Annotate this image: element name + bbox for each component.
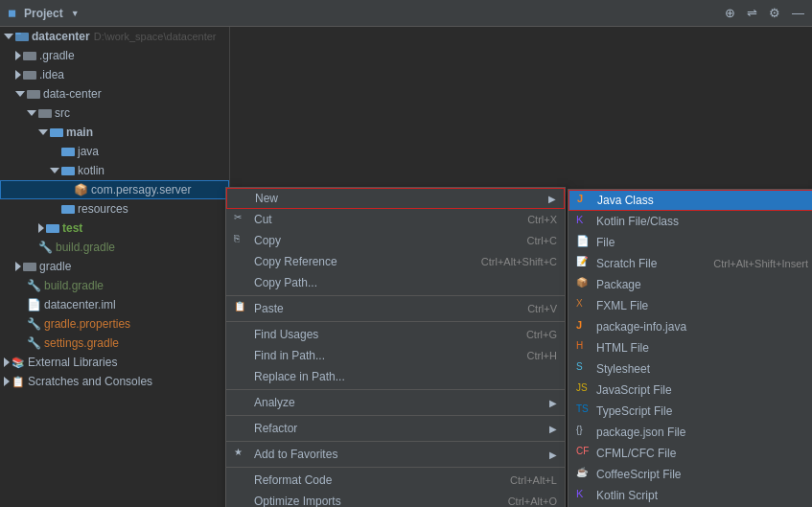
menu-item-copy-reference[interactable]: Copy Reference Ctrl+Alt+Shift+C — [226, 251, 565, 272]
tree-item-gradle-hidden[interactable]: .gradle — [0, 46, 229, 65]
submenu-arrow: ▶ — [549, 398, 557, 408]
tree-item-kotlin[interactable]: kotlin — [0, 161, 229, 180]
menu-item-replace-in-path[interactable]: Replace in Path... — [226, 366, 565, 387]
menu-label: Cut — [254, 213, 508, 226]
submenu-item-stylesheet[interactable]: S Stylesheet — [568, 358, 812, 380]
menu-item-find-usages[interactable]: Find Usages Ctrl+G — [226, 324, 565, 345]
tree-item-src[interactable]: src — [0, 104, 229, 123]
folder-icon — [23, 49, 36, 62]
menu-separator-4 — [226, 415, 565, 416]
coffee-icon: ☕ — [576, 467, 592, 482]
folder-icon — [61, 202, 75, 216]
settings-icon[interactable]: ⚙ — [769, 6, 780, 20]
menu-item-analyze[interactable]: Analyze ▶ — [226, 392, 565, 413]
tree-label: build.gradle — [56, 241, 115, 254]
submenu-item-cfml[interactable]: CF CFML/CFC File — [568, 443, 812, 464]
menu-item-new[interactable]: New ▶ J Java Class K Kotlin File/Class 📄… — [226, 188, 565, 209]
menu-separator-5 — [226, 441, 565, 442]
submenu-label: CFML/CFC File — [596, 447, 808, 460]
tree-label: test — [62, 221, 82, 235]
project-icon: ◼ — [8, 7, 16, 19]
dropdown-arrow[interactable]: ▼ — [71, 9, 80, 18]
submenu-item-fxml[interactable]: X FXML File — [568, 295, 812, 316]
menu-item-add-favorites[interactable]: ★ Add to Favorites ▶ — [226, 444, 565, 465]
tree-label: settings.gradle — [44, 336, 119, 350]
menu-item-cut[interactable]: ✂ Cut Ctrl+X — [226, 209, 565, 230]
favorites-icon: ★ — [234, 447, 249, 462]
submenu-item-js[interactable]: JS JavaScript File — [568, 380, 812, 401]
tree-item-java[interactable]: java — [0, 142, 229, 161]
expand-arrow — [38, 223, 44, 233]
find-path-icon — [234, 348, 249, 363]
fxml-icon: X — [576, 298, 592, 313]
folder-icon — [38, 106, 52, 120]
tree-label: resources — [78, 202, 128, 216]
submenu-label: FXML File — [596, 299, 808, 312]
submenu-item-package-info[interactable]: J package-info.java — [568, 316, 812, 337]
menu-item-find-in-path[interactable]: Find in Path... Ctrl+H — [226, 345, 565, 366]
menu-label: Paste — [254, 302, 508, 315]
sync-icon[interactable]: ⊕ — [725, 6, 735, 20]
tree-item-com-persagy[interactable]: 📦 com.persagy.server — [0, 180, 229, 199]
expand-arrow — [4, 377, 10, 386]
tree-item-scratches[interactable]: 📋 Scratches and Consoles — [0, 372, 229, 391]
menu-label: Reformat Code — [254, 473, 491, 487]
tree-item-gradle-dir[interactable]: gradle — [0, 257, 229, 276]
submenu-label: File — [596, 236, 808, 249]
submenu-label: HTML File — [596, 341, 808, 355]
collapse-icon[interactable]: ⇌ — [747, 6, 757, 20]
folder-icon — [50, 126, 63, 139]
svg-rect-7 — [61, 148, 75, 156]
menu-item-copy-path[interactable]: Copy Path... — [226, 272, 565, 293]
tree-label: .idea — [39, 68, 64, 81]
menu-item-paste[interactable]: 📋 Paste Ctrl+V — [226, 298, 565, 319]
submenu-item-kotlin-script[interactable]: K Kotlin Script — [568, 485, 812, 506]
submenu-arrow: ▶ — [548, 194, 556, 204]
project-panel: datacenter D:\work_space\datacenter .gra… — [0, 27, 230, 507]
submenu-label: TypeScript File — [596, 404, 808, 418]
file-icon: 📄 — [576, 235, 592, 250]
tree-path: D:\work_space\datacenter — [94, 31, 217, 42]
minimize-icon[interactable]: — — [792, 6, 804, 20]
js-icon: JS — [576, 382, 592, 398]
tree-item-settings-gradle[interactable]: 🔧 settings.gradle — [0, 334, 229, 353]
tree-item-build-gradle-dc[interactable]: 🔧 build.gradle — [0, 238, 229, 257]
svg-rect-2 — [23, 52, 36, 60]
css-icon: S — [576, 361, 592, 377]
submenu-item-ts[interactable]: TS TypeScript File — [568, 401, 812, 422]
svg-rect-5 — [38, 109, 52, 118]
submenu-item-kotlin-file[interactable]: K Kotlin File/Class — [568, 211, 812, 232]
menu-item-copy[interactable]: ⎘ Copy Ctrl+C — [226, 230, 565, 251]
submenu-item-html[interactable]: H HTML File — [568, 337, 812, 358]
tree-item-gradle-properties[interactable]: 🔧 gradle.properties — [0, 314, 229, 334]
submenu-item-coffee[interactable]: ☕ CoffeeScript File — [568, 464, 812, 485]
gradle-icon: 🔧 — [27, 336, 41, 350]
tree-item-datacenter-iml[interactable]: 📄 datacenter.iml — [0, 295, 229, 314]
submenu-arrow: ▶ — [549, 424, 557, 434]
menu-label: Add to Favorites — [254, 448, 545, 461]
tree-label: kotlin — [78, 164, 104, 177]
tree-item-build-gradle-root[interactable]: 🔧 build.gradle — [0, 276, 229, 295]
tree-item-resources[interactable]: resources — [0, 199, 229, 219]
tree-item-main[interactable]: main — [0, 123, 229, 142]
expand-arrow — [27, 110, 36, 116]
menu-item-reformat[interactable]: Reformat Code Ctrl+Alt+L — [226, 470, 565, 491]
submenu-item-file[interactable]: 📄 File — [568, 232, 812, 253]
tree-item-external-libs[interactable]: 📚 External Libraries — [0, 353, 229, 372]
tree-item-idea[interactable]: .idea — [0, 65, 229, 84]
kotlin-icon: K — [576, 214, 592, 229]
submenu-item-package[interactable]: 📦 Package — [568, 274, 812, 295]
submenu-item-packagejson[interactable]: {} package.json File — [568, 422, 812, 443]
submenu-item-java-class[interactable]: J Java Class — [568, 190, 812, 211]
menu-item-refactor[interactable]: Refactor ▶ — [226, 418, 565, 439]
scratch-icon: 📝 — [576, 256, 592, 271]
expand-arrow — [4, 34, 13, 39]
menu-label: Optimize Imports — [254, 495, 489, 507]
tree-item-test[interactable]: test — [0, 219, 229, 238]
menu-item-optimize-imports[interactable]: Optimize Imports Ctrl+Alt+O — [226, 491, 565, 507]
menu-separator-1 — [226, 295, 565, 296]
submenu-item-scratch[interactable]: 📝 Scratch File Ctrl+Alt+Shift+Insert — [568, 253, 812, 274]
menu-icon-new — [235, 191, 250, 206]
tree-item-data-center[interactable]: data-center — [0, 84, 229, 104]
tree-item-datacenter[interactable]: datacenter D:\work_space\datacenter — [0, 27, 229, 46]
